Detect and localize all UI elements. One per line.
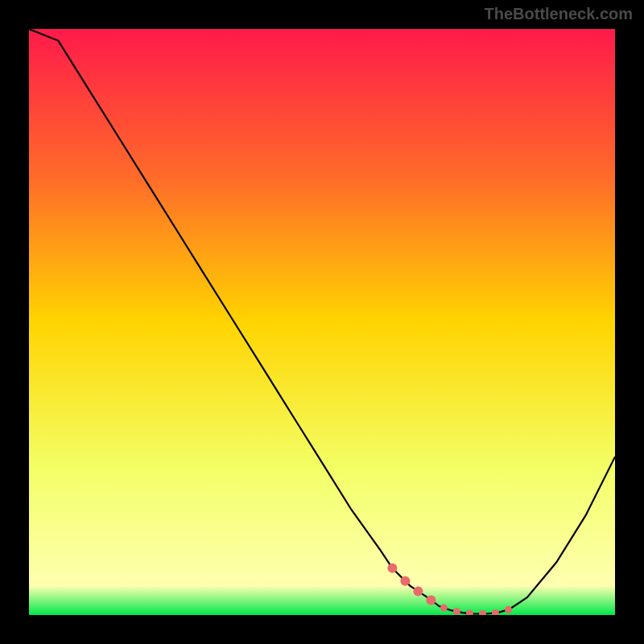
chart-svg: [29, 29, 615, 615]
highlight-dot: [426, 595, 436, 605]
highlight-dot: [413, 586, 423, 596]
chart-area: [29, 29, 615, 615]
watermark: TheBottleneck.com: [485, 5, 633, 23]
highlight-dot: [387, 564, 397, 573]
highlight-dot: [400, 576, 410, 586]
highlight-dot: [440, 605, 448, 612]
highlight-dot: [453, 608, 460, 615]
heatmap-background: [29, 29, 615, 615]
highlight-dot: [505, 606, 512, 613]
